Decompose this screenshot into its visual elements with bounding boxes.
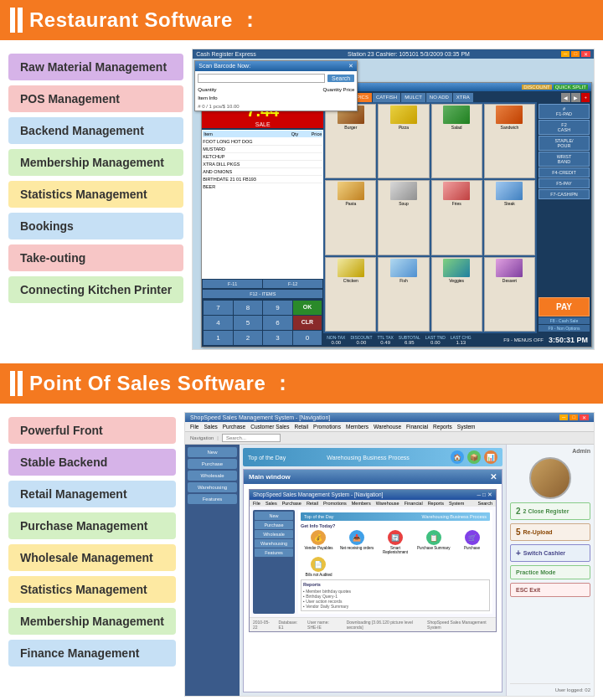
minimize-btn[interactable]: ─	[561, 51, 570, 57]
inner-max-btn[interactable]: □	[482, 492, 486, 498]
menu-promotions[interactable]: Promotions	[313, 424, 341, 430]
num-2[interactable]: 2	[234, 331, 263, 345]
food-item[interactable]: Fries	[431, 180, 482, 255]
tab-catfish[interactable]: CATFISH	[373, 93, 400, 102]
sidebar-warehousing-btn[interactable]: Warehousing	[188, 482, 237, 492]
inner-menu-retail[interactable]: Retail	[307, 501, 318, 506]
food-item[interactable]: Fish	[378, 257, 429, 332]
feature-raw-material[interactable]: Raw Material Management	[8, 54, 183, 80]
wristband-btn[interactable]: WRISTBAND	[539, 152, 590, 167]
num-9[interactable]: 9	[263, 301, 292, 315]
feature-wholesale-management[interactable]: Wholesale Management	[8, 544, 176, 571]
menu-reports[interactable]: Reports	[433, 424, 452, 430]
feature-take-outing[interactable]: Take-outing	[8, 244, 183, 271]
menu-purchase[interactable]: Purchase	[223, 424, 245, 430]
feature-connecting-kitchen[interactable]: Connecting Kitchen Printer	[8, 276, 183, 303]
f7-cashpn-btn[interactable]: F7-CASH/PN	[539, 189, 590, 199]
menu-financial[interactable]: Financial	[406, 424, 428, 430]
feature-membership-management-r[interactable]: Membership Management	[8, 149, 183, 176]
reupload-btn[interactable]: 5 Re-Upload	[510, 523, 590, 541]
pay-button[interactable]: PAY	[539, 297, 590, 317]
sidebar-new-btn[interactable]: New	[188, 447, 237, 457]
num-1[interactable]: 1	[204, 331, 233, 345]
inner-close-btn[interactable]: ✕	[487, 492, 492, 498]
f4-credit-btn[interactable]: F4-CREDIT	[539, 167, 590, 178]
menu-members[interactable]: Members	[346, 424, 368, 430]
inner-menu-sales[interactable]: Sales	[265, 501, 277, 506]
f9-menus-btn[interactable]: F9 - MENUS OFF	[503, 337, 544, 342]
num-7[interactable]: 7	[204, 301, 233, 315]
inner-warehousing-btn[interactable]: Warehousing	[255, 539, 293, 548]
feature-stable-backend[interactable]: Stable Backend	[8, 449, 176, 476]
food-item[interactable]: Sandwich	[484, 104, 535, 178]
f1-pad-btn[interactable]: #F1-PAD	[539, 104, 590, 119]
inner-search-input[interactable]: Search	[478, 501, 492, 506]
nav-right-btn[interactable]: ▶	[571, 93, 580, 102]
inner-new-btn[interactable]: New	[255, 512, 293, 520]
f2-cash-btn[interactable]: F2CASH	[539, 120, 590, 135]
inner-menu-system[interactable]: System	[449, 501, 464, 506]
food-item[interactable]: Dessert	[484, 257, 535, 332]
food-item[interactable]: Salad	[431, 104, 482, 178]
sr-btn-1[interactable]: DISCOUNT	[522, 85, 551, 90]
inner-menu-warehouse[interactable]: Warehouse	[376, 501, 399, 506]
maximize-btn[interactable]: □	[571, 51, 580, 57]
menu-warehouse[interactable]: Warehouse	[374, 424, 401, 430]
inner-min-btn[interactable]: ─	[477, 492, 481, 498]
feature-backend-management[interactable]: Backend Management	[8, 117, 183, 144]
feature-statistics-management-r[interactable]: Statistics Management	[8, 181, 183, 208]
food-item[interactable]: Soup	[378, 180, 429, 255]
feature-powerful-front[interactable]: Powerful Front	[8, 417, 176, 444]
f11-btn[interactable]: F-11	[203, 280, 262, 288]
food-item[interactable]: Burger	[325, 104, 376, 178]
practice-mode-btn[interactable]: Practice Mode	[510, 565, 590, 579]
toolbar-nav[interactable]: Navigation	[190, 435, 214, 440]
feature-membership-management-p[interactable]: Membership Management	[8, 608, 176, 635]
icon-smart-repl[interactable]: 🔄 Smart Replenishment	[378, 530, 414, 554]
tab-xtra[interactable]: XTRA	[453, 93, 473, 102]
menu-sales[interactable]: Sales	[204, 424, 217, 430]
icon-bills[interactable]: 📄 Bills not Audited	[301, 557, 337, 577]
inner-menu-purchase[interactable]: Purchase	[282, 501, 302, 506]
switch-cashier-btn[interactable]: + Switch Cashier	[510, 544, 590, 562]
barcode-search-button[interactable]: Search	[327, 75, 354, 82]
nav-left-btn[interactable]: ◀	[561, 93, 570, 102]
sidebar-purchase-btn[interactable]: Purchase	[188, 459, 237, 469]
sr-btn-2[interactable]: QUICK SPLIT	[554, 85, 588, 90]
inner-menu-members[interactable]: Members	[352, 501, 371, 506]
menu-system[interactable]: System	[457, 424, 476, 430]
num-8[interactable]: 8	[234, 301, 263, 315]
f5-pay-btn[interactable]: F5-PAY	[539, 178, 590, 188]
inner-menu-financial[interactable]: Financial	[405, 501, 423, 506]
inner-features-btn[interactable]: Features	[255, 548, 293, 557]
ok-btn[interactable]: OK	[293, 301, 322, 315]
main-window-close[interactable]: ✕	[490, 472, 497, 481]
feature-finance-management[interactable]: Finance Management	[8, 640, 176, 667]
close-btn[interactable]: ✕	[581, 51, 590, 57]
icon-net-receiving[interactable]: 📥 Net receiving orders	[339, 530, 375, 554]
pos-close-btn[interactable]: ✕	[580, 414, 589, 420]
toolbar-search[interactable]	[222, 434, 281, 442]
num-4[interactable]: 4	[204, 316, 233, 330]
exit-btn[interactable]: ESC Exit	[510, 583, 590, 597]
tab-no-add[interactable]: NO ADD	[426, 93, 452, 102]
food-item[interactable]: Pasta	[325, 180, 376, 255]
feature-pos-management[interactable]: POS Management	[8, 85, 183, 112]
inner-menu-reports[interactable]: Reports	[428, 501, 444, 506]
food-item[interactable]: Veggies	[431, 257, 482, 332]
menu-retail[interactable]: Retail	[294, 424, 308, 430]
inner-purchase-btn[interactable]: Purchase	[255, 521, 293, 529]
icon-vendor-payables[interactable]: 💰 Vendor Payables	[301, 530, 337, 554]
staple-btn[interactable]: STAPLE/POUR	[539, 136, 590, 151]
feature-statistics-management-p[interactable]: Statistics Management	[8, 576, 176, 603]
inner-menu-file[interactable]: File	[253, 501, 260, 506]
barcode-close[interactable]: ✕	[348, 63, 353, 69]
feature-retail-management[interactable]: Retail Management	[8, 481, 176, 507]
feature-bookings[interactable]: Bookings	[8, 213, 183, 239]
menu-customer[interactable]: Customer Sales	[250, 424, 289, 430]
icon-purchase[interactable]: 🛒 Purchase	[454, 530, 490, 554]
pos-max-btn[interactable]: □	[570, 414, 578, 420]
clr-btn[interactable]: CLR	[293, 316, 322, 330]
pos-min-btn[interactable]: ─	[559, 414, 568, 420]
food-item[interactable]: Pizza	[378, 104, 429, 178]
